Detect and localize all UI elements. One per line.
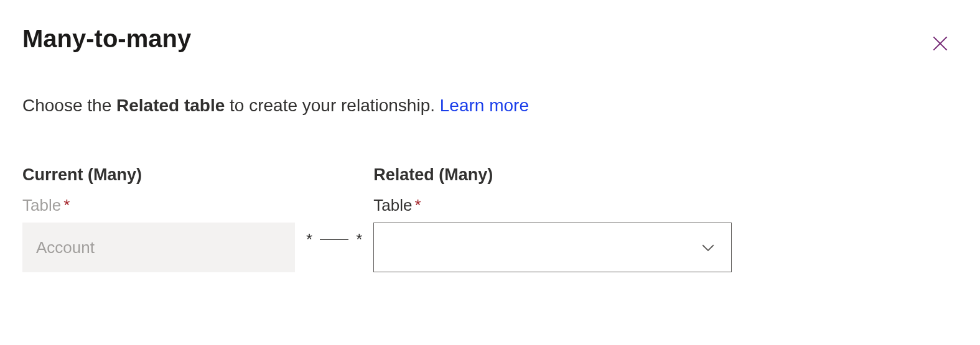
description-suffix: to create your relationship.	[225, 96, 440, 115]
dialog-header: Many-to-many	[0, 0, 980, 58]
current-table-group: Current (Many) Table* Account	[22, 165, 295, 272]
relationship-connector: * *	[295, 230, 373, 249]
close-icon	[930, 34, 950, 53]
connector-left-star: *	[306, 230, 312, 249]
current-group-label: Current (Many)	[22, 165, 295, 185]
learn-more-link[interactable]: Learn more	[440, 96, 529, 115]
chevron-down-icon	[699, 238, 717, 257]
relationship-form-row: Current (Many) Table* Account * * Relate…	[0, 116, 980, 272]
related-table-select[interactable]	[373, 223, 732, 272]
related-group-label: Related (Many)	[373, 165, 732, 185]
dialog-title: Many-to-many	[22, 25, 191, 53]
description-bold: Related table	[116, 96, 225, 115]
required-marker: *	[414, 196, 421, 214]
current-table-value: Account	[36, 238, 95, 257]
related-table-group: Related (Many) Table*	[373, 165, 732, 272]
current-table-label: Table*	[22, 196, 295, 215]
connector-right-star: *	[356, 230, 362, 249]
required-marker: *	[63, 196, 70, 214]
current-table-field: Account	[22, 223, 295, 272]
related-table-label: Table*	[373, 196, 732, 215]
dialog-description: Choose the Related table to create your …	[0, 58, 980, 116]
close-button[interactable]	[925, 29, 955, 58]
related-table-label-text: Table	[373, 196, 412, 214]
current-table-label-text: Table	[22, 196, 61, 214]
connector-line	[320, 239, 348, 240]
description-prefix: Choose the	[22, 96, 116, 115]
